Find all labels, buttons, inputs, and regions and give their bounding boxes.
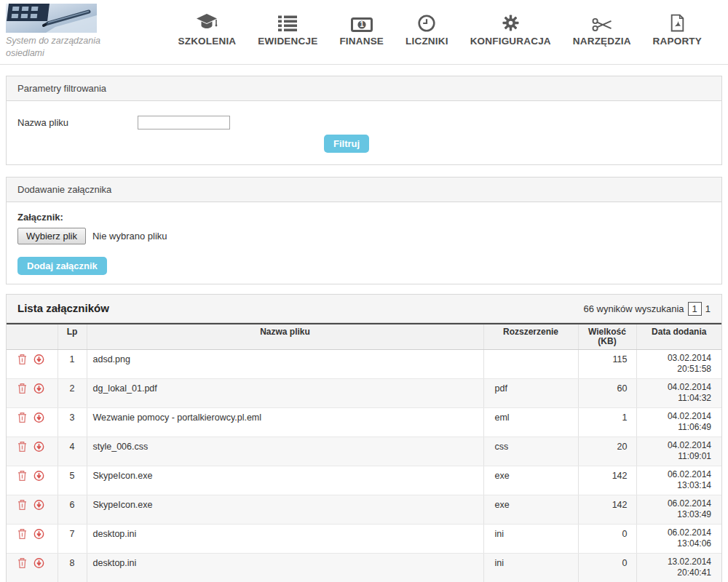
cell-filename: SkypeIcon.exe <box>87 466 483 495</box>
nav-label: RAPORTY <box>653 36 702 47</box>
cell-lp: 6 <box>58 495 87 525</box>
col-filename: Nazwa pliku <box>87 324 483 350</box>
cell-lp: 5 <box>58 466 87 495</box>
nav-item-szkolenia[interactable]: SZKOLENIA <box>178 12 237 47</box>
table-header-row: Lp Nazwa pliku Rozszerzenie Wielkość (KB… <box>7 324 721 350</box>
current-page-button[interactable]: 1 <box>688 302 702 316</box>
cell-size: 60 <box>578 379 636 408</box>
cell-size: 142 <box>578 495 636 525</box>
nav-label: FINANSE <box>339 36 384 47</box>
cell-lp: 3 <box>58 408 87 437</box>
pdf-document-icon <box>670 12 685 32</box>
table-row: 7 desktop.ini ini 0 06.02.201413:04:06 <box>7 525 721 554</box>
delete-icon[interactable] <box>17 557 28 569</box>
attachment-panel-body: Załącznik: Wybierz plik Nie wybrano plik… <box>7 202 721 284</box>
filter-button[interactable]: Filtruj <box>324 135 369 153</box>
nav-label: EWIDENCJE <box>258 36 317 47</box>
app-tagline: System do zarządzania osiedlami <box>6 35 104 60</box>
cell-lp: 1 <box>58 350 87 379</box>
logo-block: System do zarządzania osiedlami <box>6 4 108 60</box>
row-actions <box>7 466 58 495</box>
cell-size: 0 <box>578 525 636 554</box>
cell-filename: desktop.ini <box>87 525 483 554</box>
cell-lp: 7 <box>58 525 87 554</box>
results-count-text: 66 wyników wyszukania <box>584 303 684 314</box>
app-logo[interactable] <box>6 4 97 33</box>
filter-panel-body: Nazwa pliku Filtruj <box>7 101 721 164</box>
delete-icon[interactable] <box>17 470 28 482</box>
gear-icon <box>502 12 520 32</box>
cell-date: 04.02.201411:06:49 <box>636 408 721 437</box>
total-pages-text: 1 <box>705 303 711 314</box>
col-extension: Rozszerzenie <box>483 324 578 350</box>
filename-input[interactable] <box>138 116 230 129</box>
graduation-cap-icon <box>195 12 218 32</box>
delete-icon[interactable] <box>17 499 28 511</box>
add-attachment-panel: Dodawanie załącznika Załącznik: Wybierz … <box>6 177 722 284</box>
cell-filename: Wezwanie pomocy - portalkierowcy.pl.eml <box>87 408 483 437</box>
delete-icon[interactable] <box>17 354 28 365</box>
row-actions <box>7 379 58 408</box>
clock-icon <box>418 12 435 32</box>
row-actions <box>7 408 58 437</box>
attachment-label: Załącznik: <box>17 212 711 223</box>
nav-label: LICZNIKI <box>405 36 448 47</box>
search-results-summary: 66 wyników wyszukania 1 1 <box>584 302 711 316</box>
download-icon[interactable] <box>33 412 44 423</box>
delete-icon[interactable] <box>17 412 28 423</box>
col-date-added: Data dodania <box>636 324 721 350</box>
cell-size: 115 <box>578 350 636 379</box>
delete-icon[interactable] <box>17 383 28 394</box>
download-icon[interactable] <box>33 383 44 394</box>
download-icon[interactable] <box>33 557 44 569</box>
table-row: 8 desktop.ini ini 0 13.02.201420:40:41 <box>7 554 721 582</box>
cell-extension <box>483 350 578 379</box>
table-row: 1 adsd.png 115 03.02.201420:51:58 <box>7 350 721 379</box>
attachments-table: Lp Nazwa pliku Rozszerzenie Wielkość (KB… <box>7 323 721 582</box>
cell-extension: ini <box>483 554 578 582</box>
cell-date: 04.02.201411:09:01 <box>636 437 721 466</box>
download-icon[interactable] <box>33 528 44 540</box>
table-row: 3 Wezwanie pomocy - portalkierowcy.pl.em… <box>7 408 721 437</box>
download-icon[interactable] <box>33 441 44 453</box>
add-attachment-button[interactable]: Dodaj załącznik <box>17 257 107 275</box>
nav-item-narzedzia[interactable]: NARZĘDZIA <box>573 12 631 47</box>
cell-filename: desktop.ini <box>87 554 483 582</box>
row-actions <box>7 495 58 525</box>
delete-icon[interactable] <box>17 528 28 540</box>
cell-size: 1 <box>578 408 636 437</box>
table-row: 2 dg_lokal_01.pdf pdf 60 04.02.201411:04… <box>7 379 721 408</box>
file-status-text: Nie wybrano pliku <box>92 231 167 242</box>
cell-extension: css <box>483 437 578 466</box>
nav-item-konfiguracja[interactable]: KONFIGURACJA <box>470 12 551 47</box>
nav-label: NARZĘDZIA <box>573 36 631 47</box>
main-navigation: SZKOLENIA EWIDENCJE FINANSE LICZNIKI KON… <box>178 12 702 47</box>
download-icon[interactable] <box>33 499 44 511</box>
row-actions <box>7 525 58 554</box>
nav-item-liczniki[interactable]: LICZNIKI <box>405 12 448 47</box>
download-icon[interactable] <box>33 354 44 365</box>
cell-lp: 2 <box>58 379 87 408</box>
download-icon[interactable] <box>33 470 44 482</box>
cell-extension: exe <box>483 495 578 525</box>
table-row: 6 SkypeIcon.exe exe 142 06.02.201413:03:… <box>7 495 721 525</box>
nav-item-finanse[interactable]: FINANSE <box>339 12 384 47</box>
col-size: Wielkość (KB) <box>578 324 636 350</box>
filter-panel: Parametry filtrowania Nazwa pliku Filtru… <box>6 76 722 165</box>
cell-extension: eml <box>483 408 578 437</box>
cell-size: 142 <box>578 466 636 495</box>
list-title: Lista załączników <box>17 301 109 316</box>
nav-label: KONFIGURACJA <box>470 36 551 47</box>
nav-item-ewidencje[interactable]: EWIDENCJE <box>258 12 317 47</box>
nav-item-raporty[interactable]: RAPORTY <box>653 12 702 47</box>
filename-label: Nazwa pliku <box>17 117 138 128</box>
attachments-list-header: Lista załączników 66 wyników wyszukania … <box>7 295 721 323</box>
table-row: 5 SkypeIcon.exe exe 142 06.02.201413:03:… <box>7 466 721 495</box>
cell-date: 04.02.201411:04:32 <box>636 379 721 408</box>
delete-icon[interactable] <box>17 441 28 453</box>
cell-date: 06.02.201413:04:06 <box>636 525 721 554</box>
cell-filename: style_006.css <box>87 437 483 466</box>
cell-filename: adsd.png <box>87 350 483 379</box>
choose-file-button[interactable]: Wybierz plik <box>17 228 86 244</box>
row-actions <box>7 437 58 466</box>
